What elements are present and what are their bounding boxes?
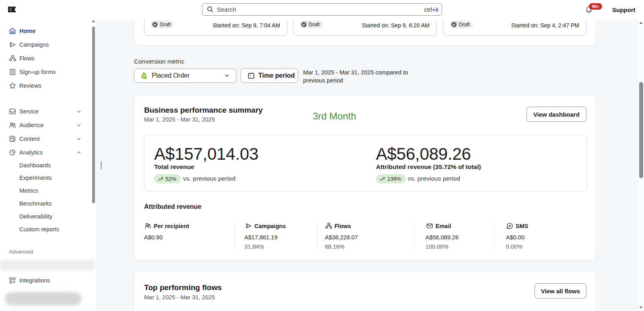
svg-text:S: S — [143, 74, 145, 78]
